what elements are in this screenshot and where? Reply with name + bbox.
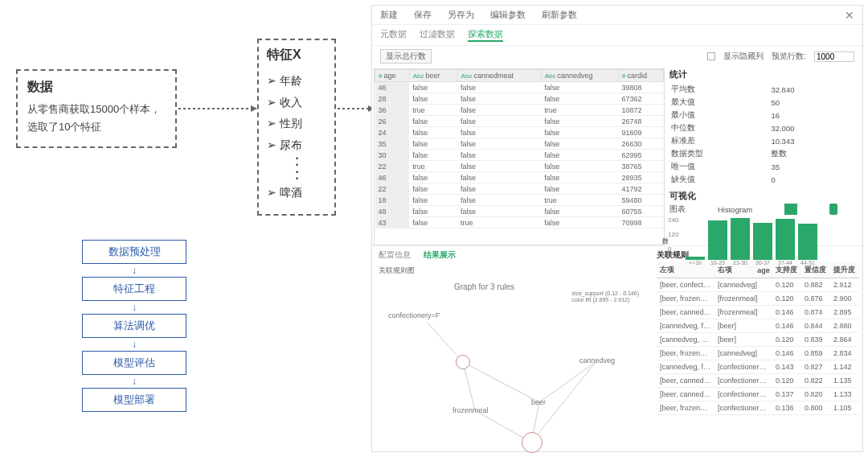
feature-item: 年龄 — [267, 70, 326, 92]
table-row[interactable]: 46falsefalsefalse28935 — [375, 172, 664, 183]
rules-pane: 关联规则 左项右项支持度置信度提升度[beer, confecti…[canne… — [653, 246, 862, 451]
svg-line-1 — [463, 362, 539, 402]
pipeline: 数据预处理↓特征工程↓算法调优↓模型评估↓模型部署 — [82, 240, 186, 412]
tab-meta[interactable]: 元数据 — [380, 28, 407, 42]
graph-section-title: 关联规则图 — [379, 266, 647, 276]
pipeline-step: 特征工程 — [82, 277, 186, 301]
hide-cols-checkbox[interactable] — [707, 52, 715, 60]
node-frozenmeal: frozenmeal — [452, 406, 489, 414]
table-row[interactable]: 48falsefalsefalse60755 — [375, 206, 664, 217]
toolbar-new[interactable]: 新建 — [380, 9, 398, 21]
pipeline-arrow: ↓ — [82, 301, 186, 314]
viz-chart-type: Histogram — [718, 205, 752, 214]
rules-row[interactable]: [beer, frozenm…[frozenmeal]0.1200.8762.9… — [657, 292, 859, 306]
col-age[interactable]: #age — [375, 70, 410, 82]
preview-rows-input[interactable] — [814, 51, 854, 62]
table-row[interactable]: 24falsefalsefalse91609 — [375, 127, 664, 138]
feature-item: 性别 — [267, 113, 326, 134]
hist-tick: 37-44 — [776, 260, 795, 266]
rule-node-1 — [456, 355, 470, 369]
feature-title: 特征X — [267, 47, 326, 64]
arrow-feature-to-panel — [338, 108, 370, 109]
toolbar-save[interactable]: 保存 — [414, 9, 432, 21]
hist-tick: 30-37 — [753, 260, 772, 266]
other-chart-icon[interactable] — [829, 204, 837, 215]
toolbar-editparam[interactable]: 编辑参数 — [490, 9, 526, 21]
rules-row[interactable]: [cannedveg, fr…[confectionery…0.1430.827… — [657, 360, 859, 374]
rules-row[interactable]: [beer, canned…[confectionery…0.1200.8221… — [657, 374, 859, 388]
table-row[interactable]: 22truefalsefalse38765 — [375, 161, 664, 172]
pipeline-step: 算法调优 — [82, 314, 186, 338]
rules-row[interactable]: [cannedveg, fr…[beer]0.1460.8442.880 — [657, 319, 859, 333]
subtab-config[interactable]: 配置信息 — [379, 249, 411, 261]
graph-pane: 配置信息 结果展示 关联规则图 Graph for 3 rules size_s… — [372, 246, 653, 451]
tab-filter[interactable]: 过滤数据 — [420, 28, 455, 42]
subtab-result[interactable]: 结果展示 — [424, 249, 456, 261]
rules-graph: Graph for 3 rules size_support (0.12 - 0… — [379, 278, 644, 447]
hist-bar — [708, 220, 727, 261]
stats-title: 统计 — [669, 68, 858, 80]
hist-tick: <=16 — [686, 260, 705, 266]
hist-tick: 16-23 — [708, 260, 727, 266]
preview-rows-label: 预览行数: — [772, 51, 806, 62]
pipeline-arrow: ↓ — [82, 375, 186, 388]
toolbar: 新建 保存 另存为 编辑参数 刷新参数 ✕ — [372, 6, 862, 25]
node-confectionery: confectionery=F — [388, 311, 440, 319]
hist-bar — [798, 224, 817, 260]
main-tabs: 元数据 过滤数据 探索数据 — [372, 25, 862, 46]
rules-row[interactable]: [cannedveg, c…[beer]0.1200.8392.864 — [657, 333, 859, 347]
table-row[interactable]: 46falsefalsefalse39808 — [375, 82, 664, 93]
hist-bar — [731, 218, 750, 260]
rules-row[interactable]: [beer, canned…[confectionery…0.1370.8201… — [657, 388, 859, 401]
rule-node-2 — [522, 432, 542, 453]
pipeline-step: 模型评估 — [82, 351, 186, 375]
data-title: 数据 — [27, 79, 166, 96]
table-row[interactable]: 18falsefalsetrue59480 — [375, 195, 664, 206]
col-beer[interactable]: Abcbeer — [409, 70, 457, 82]
tab-explore[interactable]: 探索数据 — [468, 28, 503, 42]
hist-bar — [776, 219, 795, 260]
hide-cols-label: 显示隐藏列 — [723, 51, 764, 62]
hist-bar — [686, 257, 705, 261]
feature-box: 特征X 年龄收入性别尿布 •••• 啤酒 — [257, 39, 336, 216]
hist-tick: 44-51 — [798, 260, 817, 266]
toolbar-refresh[interactable]: 刷新参数 — [542, 9, 577, 21]
arrow-data-to-feature — [178, 108, 252, 109]
close-icon[interactable]: ✕ — [845, 9, 854, 22]
viz-title: 可视化 — [669, 190, 858, 202]
col-cannedmeat[interactable]: Abccannedmeat — [457, 70, 541, 82]
histogram-chart — [669, 216, 858, 260]
data-table: #ageAbcbeerAbccannedmeatAbccannedveg#car… — [374, 68, 665, 245]
table-row[interactable]: 28falsefalsefalse67362 — [375, 93, 664, 105]
feature-item: 尿布 — [267, 134, 326, 156]
col-cannedveg[interactable]: Abccannedveg — [541, 70, 618, 82]
toolbar-saveas[interactable]: 另存为 — [448, 9, 474, 21]
rules-row[interactable]: [beer, frozenm…[confectionery…0.1360.800… — [657, 401, 859, 415]
node-cannedveg: cannedveg — [579, 356, 615, 364]
show-rows-button[interactable]: 显示总行数 — [380, 49, 432, 64]
explore-controls: 显示总行数 显示隐藏列 预览行数: — [372, 46, 862, 67]
viz-chart-label: 图表 — [669, 204, 686, 215]
data-desc: 从零售商获取15000个样本，选取了10个特征 — [27, 101, 166, 136]
table-row[interactable]: 26falsefalsefalse26748 — [375, 116, 664, 127]
feature-item-last: 啤酒 — [267, 182, 326, 204]
node-beer: beer — [531, 398, 546, 406]
pipeline-arrow: ↓ — [82, 338, 186, 351]
rules-row[interactable]: [beer, frozenm…[cannedveg]0.1460.8592.83… — [657, 347, 859, 360]
hist-xlabel: age — [669, 266, 858, 274]
table-row[interactable]: 35falsefalsefalse26630 — [375, 138, 664, 150]
rules-row[interactable]: [beer, canned…[frozenmeal]0.1460.8742.89… — [657, 306, 859, 319]
rules-row[interactable]: [beer, confecti…[cannedveg]0.1200.8822.9… — [657, 278, 859, 292]
explore-panel: 新建 保存 另存为 编辑参数 刷新参数 ✕ 元数据 过滤数据 探索数据 显示总行… — [371, 5, 863, 452]
bar-chart-icon[interactable] — [784, 204, 797, 215]
table-row[interactable]: 30falsefalsefalse62995 — [375, 150, 664, 161]
table-row[interactable]: 36truefalsetrue10872 — [375, 105, 664, 116]
pipeline-step: 模型部署 — [82, 388, 186, 412]
vertical-dots: •••• — [267, 155, 326, 181]
table-row[interactable]: 43falsetruefalse70998 — [375, 217, 664, 228]
col-cardid[interactable]: #cardid — [619, 70, 664, 82]
hist-bar — [753, 223, 772, 260]
data-source-box: 数据 从零售商获取15000个样本，选取了10个特征 — [16, 69, 177, 148]
table-row[interactable]: 22falsefalsefalse41792 — [375, 183, 664, 195]
stats-pane: 统计 平均数32.840最大值50最小值16中位数32.000标准差10.343… — [665, 67, 862, 245]
